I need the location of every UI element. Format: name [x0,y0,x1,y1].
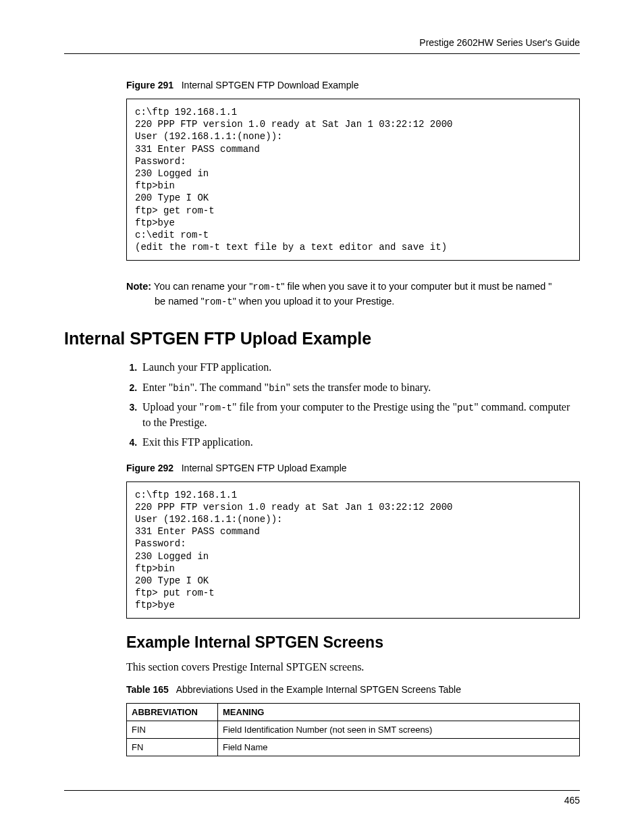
note-text-4: " when you upload it to your Prestige. [233,296,395,307]
note-text-3: be named " [155,296,205,307]
figure-292-text: Internal SPTGEN FTP Upload Example [182,463,347,473]
page-footer: 465 [64,790,580,806]
note-code-1: rom-t [252,282,281,292]
cell-meaning: Field Name [218,739,580,756]
figure-292-caption: Figure 292 Internal SPTGEN FTP Upload Ex… [126,463,580,473]
table-165-label: Table 165 [126,684,169,695]
note-label: Note: [126,281,151,292]
step-2: Enter "bin". The command "bin" sets the … [140,380,580,395]
note-text-2: " file when you save it to your computer… [281,281,552,292]
figure-292-label: Figure 292 [126,463,173,473]
page: Prestige 2602HW Series User's Guide Figu… [0,0,644,834]
th-meaning: MEANING [218,704,580,721]
note-block: Note: You can rename your "rom-t" file w… [126,280,580,309]
figure-291-code: c:\ftp 192.168.1.1 220 PPP FTP version 1… [126,99,580,261]
figure-291-text: Internal SPTGEN FTP Download Example [182,80,359,90]
page-number: 465 [564,795,580,806]
content-area: Figure 291 Internal SPTGEN FTP Download … [64,54,580,756]
screens-intro: This section covers Prestige Internal SP… [126,661,580,673]
note-text-1: You can rename your " [151,281,252,292]
cell-abbr: FN [127,739,218,756]
note-continuation: be named "rom-t" when you upload it to y… [126,294,580,309]
th-abbreviation: ABBREVIATION [127,704,218,721]
cell-abbr: FIN [127,721,218,739]
table-row: FIN Field Identification Number (not see… [127,721,580,739]
upload-heading: Internal SPTGEN FTP Upload Example [64,329,580,348]
step-1: Launch your FTP application. [140,359,580,375]
table-165: ABBREVIATION MEANING FIN Field Identific… [126,703,580,756]
figure-292-code: c:\ftp 192.168.1.1 220 PPP FTP version 1… [126,481,580,619]
table-row: FN Field Name [127,739,580,756]
table-header-row: ABBREVIATION MEANING [127,704,580,721]
figure-291-caption: Figure 291 Internal SPTGEN FTP Download … [126,80,580,90]
table-165-caption: Table 165 Abbreviations Used in the Exam… [126,684,580,695]
upload-steps: Launch your FTP application. Enter "bin"… [126,359,580,450]
running-header: Prestige 2602HW Series User's Guide [64,37,580,54]
table-165-text: Abbreviations Used in the Example Intern… [176,684,461,695]
screens-heading: Example Internal SPTGEN Screens [126,633,580,652]
note-code-2: rom-t [205,296,233,307]
step-4: Exit this FTP application. [140,434,580,450]
cell-meaning: Field Identification Number (not seen in… [218,721,580,739]
figure-291-label: Figure 291 [126,80,173,90]
step-3: Upload your "rom-t" file from your compu… [140,399,580,430]
